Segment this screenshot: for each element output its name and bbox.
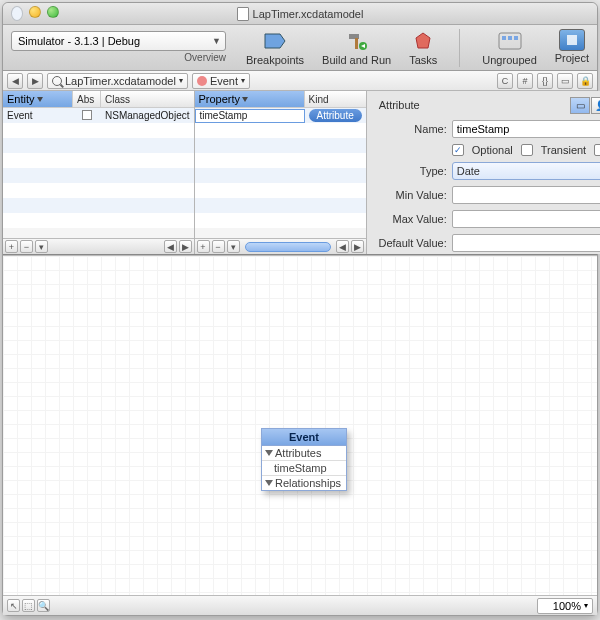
build-run-button[interactable]: Build and Run [322,29,391,67]
diagram-canvas[interactable]: Event Attributes timeStamp Relationships [3,255,597,595]
attributes-section[interactable]: Attributes [262,446,346,461]
kind-chip: Attribute [309,109,362,122]
svg-rect-6 [499,33,521,49]
breadcrumb-file[interactable]: LapTimer.xcdatamodel ▾ [47,73,188,89]
breadcrumb-entity-label: Event [210,75,238,87]
svg-rect-7 [502,36,506,40]
attribute-row[interactable]: timeStamp [262,461,346,476]
document-mini-icon [52,76,62,86]
svg-rect-9 [514,36,518,40]
zoom-button[interactable] [47,6,59,18]
zoom-control[interactable]: 100% ▾ [537,598,593,614]
breadcrumb-entity[interactable]: Event ▾ [192,73,250,89]
disclosure-triangle-icon [265,450,273,456]
nav-left-button[interactable]: ◀ [336,240,349,253]
entity-class-cell: NSManagedObject [101,110,194,121]
entity-abs-cell [73,110,101,122]
col-header-kind[interactable]: Kind [305,91,366,107]
tasks-label: Tasks [409,54,437,66]
default-value-field[interactable] [452,234,600,252]
toggle-hash-button[interactable]: # [517,73,533,89]
add-property-button[interactable]: + [197,240,210,253]
toggle-brace-button[interactable]: {} [537,73,553,89]
property-menu-button[interactable]: ▾ [227,240,240,253]
indexed-checkbox[interactable] [594,144,600,156]
hand-tool-button[interactable]: ⬚ [22,599,35,612]
window-title-text: LapTimer.xcdatamodel [253,8,364,20]
hammer-icon [343,29,371,53]
entity-box-header: Event [262,429,346,446]
zoom-stepper-icon: ▾ [584,601,588,610]
table-row[interactable]: Event NSManagedObject [3,108,194,123]
titlebar[interactable]: LapTimer.xcdatamodel [3,3,597,25]
property-kind-cell: Attribute [305,109,366,122]
toggle-split-button[interactable]: ▭ [557,73,573,89]
sort-indicator-icon [242,97,248,102]
project-button[interactable]: Project [555,29,589,67]
inspector-tab-2[interactable]: 👤 [591,97,600,114]
updown-icon: ▾ [241,76,245,85]
inspector-tab-1[interactable]: ▭ [570,97,590,114]
table-row[interactable]: timeStamp Attribute [195,108,366,123]
document-icon [237,7,249,21]
name-label: Name: [375,123,447,135]
svg-marker-5 [416,33,430,48]
property-name-cell[interactable]: timeStamp [195,109,305,123]
scheme-selector[interactable]: Simulator - 3.1.3 | Debug ▼ [11,31,226,51]
entity-name-cell: Event [3,110,73,121]
min-value-label: Min Value: [375,189,447,201]
minimize-button[interactable] [29,6,41,18]
nav-back-button[interactable]: ◀ [7,73,23,89]
disclosure-triangle-icon [265,480,273,486]
project-icon [559,29,585,51]
nav-right-button[interactable]: ▶ [179,240,192,253]
entity-mini-icon [197,76,207,86]
nav-left-button[interactable]: ◀ [164,240,177,253]
properties-table[interactable]: timeStamp Attribute [195,108,366,238]
properties-footer: + − ▾ ◀ ▶ [195,238,366,254]
close-button[interactable] [11,6,23,21]
add-entity-button[interactable]: + [5,240,18,253]
entity-diagram-box[interactable]: Event Attributes timeStamp Relationships [261,428,347,491]
col-header-abs[interactable]: Abs [73,91,101,107]
breadcrumb-file-label: LapTimer.xcdatamodel [65,75,176,87]
tasks-button[interactable]: Tasks [409,29,437,67]
min-value-field[interactable] [452,186,600,204]
zoom-tool-button[interactable]: 🔍 [37,599,50,612]
nav-forward-button[interactable]: ▶ [27,73,43,89]
toolbar: Simulator - 3.1.3 | Debug ▼ Overview Bre… [3,25,597,71]
entity-menu-button[interactable]: ▾ [35,240,48,253]
inspector-pane: Attribute ▭ 👤 ⚙ ⟳ Name: ✓Optional Transi… [367,91,600,254]
col-header-class[interactable]: Class [101,91,194,107]
lock-icon[interactable]: 🔒 [577,73,593,89]
toggle-c-button[interactable]: C [497,73,513,89]
horizontal-scrollbar[interactable] [245,242,331,252]
entities-table[interactable]: Event NSManagedObject [3,108,194,238]
ungrouped-label: Ungrouped [482,54,536,66]
col-header-property[interactable]: Property [195,91,305,107]
pointer-tool-button[interactable]: ↖ [7,599,20,612]
breadcrumb-bar: ◀ ▶ LapTimer.xcdatamodel ▾ Event ▾ C # {… [3,71,597,91]
nav-right-button[interactable]: ▶ [351,240,364,253]
transient-checkbox[interactable] [521,144,533,156]
optional-checkbox[interactable]: ✓ [452,144,464,156]
remove-entity-button[interactable]: − [20,240,33,253]
col-header-entity[interactable]: Entity [3,91,73,107]
type-select[interactable]: Date▾ [452,162,600,180]
ungrouped-button[interactable]: Ungrouped [482,29,536,67]
max-value-field[interactable] [452,210,600,228]
default-value-label: Default Value: [375,237,447,249]
properties-pane: Property Kind timeStamp Attribute + − ▾ … [195,91,367,254]
tasks-icon [409,29,437,53]
sort-indicator-icon [37,97,43,102]
breakpoints-icon [261,29,289,53]
relationships-section[interactable]: Relationships [262,476,346,490]
breakpoints-button[interactable]: Breakpoints [246,29,304,67]
svg-rect-10 [567,35,577,45]
name-field[interactable] [452,120,600,138]
inspector-section-label: Attribute [375,97,420,114]
remove-property-button[interactable]: − [212,240,225,253]
traffic-lights [11,6,59,21]
inspector-tab-strip: ▭ 👤 ⚙ ⟳ [570,97,600,114]
type-label: Type: [375,165,447,177]
